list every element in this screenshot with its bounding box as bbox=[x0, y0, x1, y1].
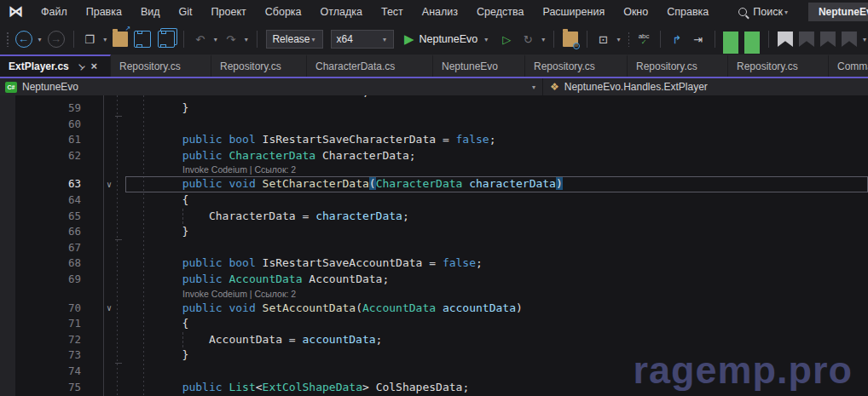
menu-item-5[interactable]: Сборка bbox=[256, 0, 311, 24]
menu-item-2[interactable]: Вид bbox=[131, 0, 170, 24]
next-bookmark-icon[interactable] bbox=[820, 32, 836, 47]
code-line[interactable]: 59 } bbox=[0, 100, 868, 117]
code-line[interactable]: 71 { bbox=[0, 316, 868, 332]
project-dropdown-label: NeptuneEvo bbox=[22, 81, 78, 93]
dropdown-caret-icon[interactable]: ▾ bbox=[103, 36, 107, 43]
start-debug-button[interactable]: ▶NeptuneEvo▾ bbox=[399, 32, 495, 47]
tab-repository-cs[interactable]: Repository.cs bbox=[111, 55, 211, 77]
codelens-text[interactable]: Invoke Codeium | Ссылок: 2 bbox=[125, 288, 868, 301]
menu-item-0[interactable]: Файл bbox=[32, 0, 77, 24]
line-number: 65 bbox=[15, 209, 93, 225]
tab-repository-cs[interactable]: Repository.cs bbox=[211, 55, 307, 77]
tab-repository-cs[interactable]: Repository.cs bbox=[525, 55, 628, 77]
solution-name-chip[interactable]: NeptuneEvo bbox=[808, 3, 868, 21]
platform-combo-label: x64 bbox=[337, 33, 381, 45]
code-line[interactable]: 65 CharacterData = characterData; bbox=[0, 209, 868, 225]
code-text: public CharacterData CharacterData; bbox=[125, 148, 868, 164]
dropdown-caret-icon[interactable]: ▾ bbox=[617, 36, 621, 43]
search-label: Поиск bbox=[753, 6, 783, 18]
format-document-icon[interactable] bbox=[723, 32, 738, 47]
line-number: 73 bbox=[15, 347, 93, 364]
menu-item-6[interactable]: Отладка bbox=[311, 0, 372, 24]
code-line[interactable]: 66 } bbox=[0, 224, 868, 240]
pin-icon[interactable]: ⊤ bbox=[75, 61, 86, 72]
code-line[interactable]: 68 public bool IsRestartSaveAccountData … bbox=[0, 255, 868, 272]
save-all-icon[interactable] bbox=[158, 31, 175, 48]
clear-bookmarks-icon[interactable] bbox=[842, 32, 857, 47]
code-line[interactable]: 72 AccountData = accountData; bbox=[0, 332, 868, 348]
search-control[interactable]: Поиск ▾ bbox=[732, 6, 796, 18]
menu-item-7[interactable]: Тест bbox=[372, 0, 413, 24]
tab-repository-cs[interactable]: Repository.cs bbox=[728, 55, 829, 77]
menu-item-10[interactable]: Расширения bbox=[533, 0, 614, 24]
toggle-bookmark-icon[interactable] bbox=[778, 32, 793, 47]
dropdown-caret-icon: ▾ bbox=[311, 36, 315, 43]
dropdown-caret-icon[interactable]: ▾ bbox=[38, 36, 42, 43]
new-file-icon[interactable]: ❐ bbox=[82, 32, 97, 47]
navigate-back-icon[interactable]: ← bbox=[15, 31, 32, 48]
tab-repository-cs[interactable]: Repository.cs bbox=[628, 55, 728, 77]
menu-item-9[interactable]: Средства bbox=[467, 0, 533, 24]
code-line[interactable]: 69 public AccountData AccountData; bbox=[0, 272, 868, 288]
toolbar-grip[interactable] bbox=[6, 32, 9, 47]
platform-combo[interactable]: x64▾ bbox=[331, 30, 394, 49]
code-line[interactable]: 70∨ public void SetAccountData(AccountDa… bbox=[0, 301, 868, 317]
redo-icon[interactable]: ↷ bbox=[223, 32, 239, 47]
close-icon[interactable]: × bbox=[91, 61, 98, 72]
collapse-chevron-icon[interactable]: ∨ bbox=[104, 180, 114, 190]
dropdown-caret-icon[interactable]: ▾ bbox=[541, 36, 545, 43]
solution-explorer-icon[interactable]: ⊡ bbox=[596, 32, 611, 47]
start-without-debug-icon[interactable]: ▷ bbox=[499, 32, 514, 47]
menu-item-3[interactable]: Git bbox=[170, 0, 202, 24]
go-to-definition-icon[interactable]: ↱ bbox=[669, 32, 685, 47]
code-editor[interactable]: 58 ,59 }6061 public bool IsRestartSaveCh… bbox=[0, 95, 868, 396]
hot-reload-icon[interactable]: ↻ bbox=[520, 32, 535, 47]
line-number: 67 bbox=[15, 240, 93, 256]
menu-item-4[interactable]: Проект bbox=[202, 0, 256, 24]
collapse-chevron-icon[interactable]: ∨ bbox=[104, 303, 114, 313]
menu-item-8[interactable]: Анализ bbox=[413, 0, 467, 24]
code-line[interactable]: 64 { bbox=[0, 192, 868, 209]
toolbar-grip[interactable] bbox=[628, 32, 630, 47]
menu-item-1[interactable]: Правка bbox=[77, 0, 131, 24]
dropdown-caret-icon[interactable]: ▾ bbox=[863, 36, 866, 43]
tab-comman[interactable]: Comman bbox=[829, 55, 868, 77]
tab-characterdata-cs[interactable]: CharacterData.cs bbox=[307, 55, 433, 77]
save-icon[interactable] bbox=[134, 31, 151, 48]
code-line[interactable]: 60 bbox=[0, 117, 868, 133]
undo-icon[interactable]: ↶ bbox=[193, 32, 208, 47]
member-dropdown[interactable]: ❖ NeptuneEvo.Handles.ExtPlayer bbox=[543, 78, 868, 95]
codelens-text[interactable]: Invoke Codeium | Ссылок: 2 bbox=[125, 164, 868, 176]
code-line[interactable]: 61 public bool IsRestartSaveCharacterDat… bbox=[0, 132, 868, 148]
token: = bbox=[443, 133, 456, 146]
outlining-margin bbox=[93, 347, 125, 364]
token: < bbox=[256, 381, 263, 393]
chevron-down-icon[interactable]: ▾ bbox=[532, 83, 535, 91]
watermark: ragemp.pro bbox=[633, 348, 853, 393]
line-number: 70 bbox=[15, 301, 93, 317]
peek-definition-icon[interactable]: ⇥ bbox=[691, 32, 706, 47]
code-line[interactable]: 63∨ public void SetCharacterData(Charact… bbox=[0, 176, 868, 192]
spell-check-icon[interactable] bbox=[636, 32, 651, 47]
codelens-row: Invoke Codeium | Ссылок: 2 bbox=[0, 164, 868, 176]
menu-item-12[interactable]: Справка bbox=[657, 0, 718, 24]
dropdown-caret-icon[interactable]: ▾ bbox=[484, 36, 488, 43]
menu-item-11[interactable]: Окно bbox=[614, 0, 657, 24]
dropdown-caret-icon[interactable]: ▾ bbox=[214, 36, 217, 43]
find-in-files-icon[interactable] bbox=[563, 32, 578, 47]
dropdown-caret-icon[interactable]: ▾ bbox=[245, 36, 248, 43]
tab-extplayer-cs[interactable]: ExtPlayer.cs⊤× bbox=[0, 55, 111, 77]
class-icon: ❖ bbox=[550, 81, 559, 93]
format-selection-icon[interactable] bbox=[744, 32, 760, 47]
configuration-combo[interactable]: Release▾ bbox=[266, 30, 322, 49]
tab-neptuneevo[interactable]: NeptuneEvo bbox=[433, 55, 525, 77]
token: IsRestartSaveAccountData bbox=[263, 256, 430, 269]
project-dropdown[interactable]: C# NeptuneEvo ▾ bbox=[0, 78, 543, 95]
token: CharacterData bbox=[376, 177, 470, 190]
navigate-forward-icon[interactable]: → bbox=[48, 31, 65, 48]
prev-bookmark-icon[interactable] bbox=[799, 32, 814, 47]
open-folder-icon[interactable] bbox=[113, 32, 128, 47]
code-line[interactable]: 67 bbox=[0, 240, 868, 256]
toolbar-separator bbox=[553, 31, 554, 48]
code-line[interactable]: 62 public CharacterData CharacterData; bbox=[0, 148, 868, 164]
